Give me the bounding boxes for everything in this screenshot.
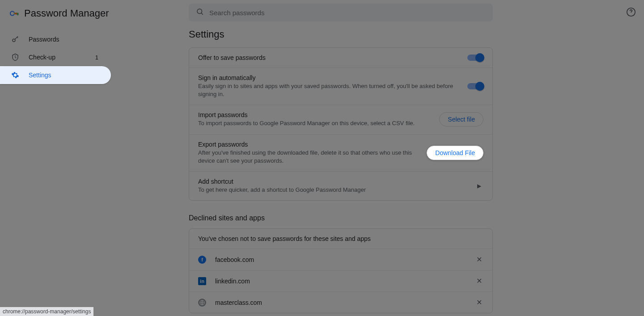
topbar (114, 0, 644, 25)
site-name: linkedin.com (215, 278, 466, 285)
linkedin-icon: in (198, 277, 206, 285)
toggle-signin-auto[interactable] (467, 83, 483, 89)
declined-note: You've chosen not to save passwords for … (198, 235, 371, 242)
select-file-button[interactable]: Select file (439, 112, 483, 126)
site-name: masterclass.com (215, 299, 466, 306)
help-icon[interactable] (626, 7, 637, 18)
content: Settings Offer to save passwords Sign in… (114, 25, 493, 313)
facebook-icon: f (198, 256, 206, 264)
row-offer-save: Offer to save passwords (189, 48, 492, 67)
app-root: Password Manager Passwords Check-up 1 (0, 0, 644, 316)
declined-site-row: masterclass.com ✕ (189, 291, 492, 313)
site-name: facebook.com (215, 256, 466, 263)
sidebar-item-passwords[interactable]: Passwords (0, 30, 111, 48)
app-title: Password Manager (24, 8, 109, 19)
row-title: Add shortcut (198, 178, 475, 185)
search-box[interactable] (189, 4, 493, 21)
checkup-icon (11, 53, 20, 62)
row-signin-auto: Sign in automatically Easily sign in to … (189, 67, 492, 105)
sidebar-item-checkup[interactable]: Check-up 1 (0, 48, 111, 66)
sidebar-item-label: Settings (29, 72, 51, 79)
main: Settings Offer to save passwords Sign in… (114, 0, 644, 316)
svg-point-5 (197, 9, 202, 14)
key-icon (11, 35, 20, 44)
declined-site-row: in linkedin.com ✕ (189, 270, 492, 291)
status-bar: chrome://password-manager/settings (0, 307, 93, 316)
svg-rect-2 (17, 13, 19, 16)
toggle-offer-save[interactable] (467, 55, 483, 61)
row-title: Sign in automatically (198, 74, 467, 81)
row-sub: Easily sign in to sites and apps with yo… (198, 82, 467, 98)
remove-site-button[interactable]: ✕ (475, 277, 483, 285)
declined-card: You've chosen not to save passwords for … (189, 228, 493, 313)
sidebar: Password Manager Passwords Check-up 1 (0, 0, 114, 316)
checkup-badge: 1 (95, 54, 98, 61)
product-logo-icon (10, 10, 20, 17)
row-add-shortcut[interactable]: Add shortcut To get here quicker, add a … (189, 171, 492, 200)
page-title: Settings (189, 29, 493, 40)
settings-card: Offer to save passwords Sign in automati… (189, 47, 493, 201)
branding: Password Manager (0, 5, 114, 21)
sidebar-item-settings[interactable]: Settings (0, 66, 111, 84)
chevron-right-icon: ▶ (475, 183, 483, 189)
search-input[interactable] (209, 9, 486, 17)
nav-list: Passwords Check-up 1 Settings (0, 30, 114, 84)
remove-site-button[interactable]: ✕ (475, 298, 483, 307)
gear-icon (11, 71, 20, 80)
download-file-button[interactable]: Download File (427, 146, 483, 160)
svg-point-0 (10, 11, 14, 15)
sidebar-item-label: Check-up (29, 54, 55, 61)
row-import: Import passwords To import passwords to … (189, 105, 492, 134)
row-sub: After you've finished using the download… (198, 149, 427, 165)
row-export: Export passwords After you've finished u… (189, 134, 492, 171)
globe-icon (198, 299, 206, 307)
row-sub: To import passwords to Google Password M… (198, 119, 439, 127)
declined-heading: Declined sites and apps (189, 214, 493, 222)
row-sub: To get here quicker, add a shortcut to G… (198, 186, 475, 194)
sidebar-item-label: Passwords (29, 36, 59, 43)
search-icon (196, 8, 204, 17)
row-title: Offer to save passwords (198, 54, 467, 61)
remove-site-button[interactable]: ✕ (475, 255, 483, 264)
row-title: Export passwords (198, 141, 427, 148)
declined-note-row: You've chosen not to save passwords for … (189, 229, 492, 249)
declined-site-row: f facebook.com ✕ (189, 249, 492, 270)
svg-point-4 (13, 39, 15, 42)
svg-rect-3 (16, 13, 17, 15)
row-title: Import passwords (198, 111, 439, 118)
